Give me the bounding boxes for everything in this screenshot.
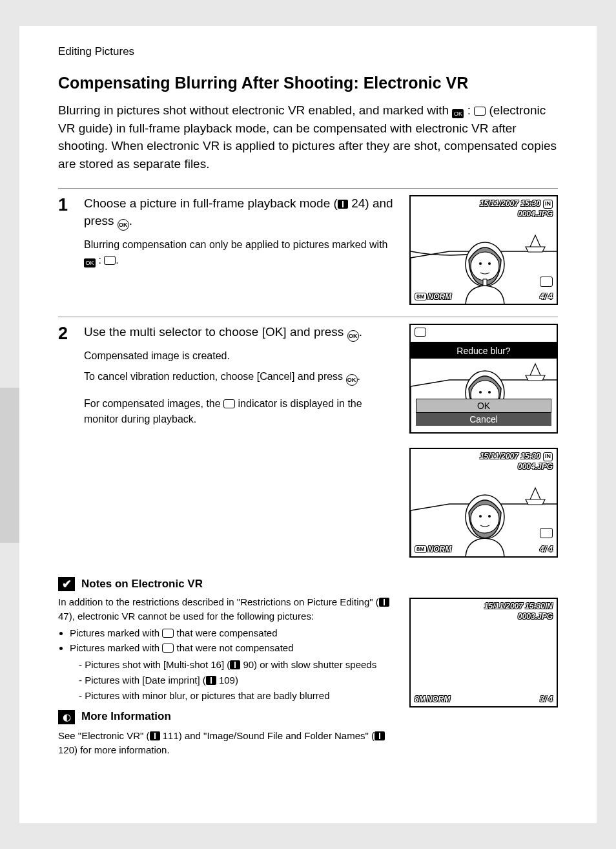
vr-na-icon	[162, 644, 174, 653]
vr-mode-icon	[415, 328, 426, 337]
thumb-counter: 4/ 4	[540, 545, 553, 554]
dialog-cancel: Cancel	[416, 413, 551, 426]
page-title: Compensating Blurring After Shooting: El…	[58, 74, 558, 92]
step-number: 2	[58, 324, 74, 558]
page-ref-icon	[375, 731, 385, 740]
step-1: 1 Choose a picture in full-frame playbac…	[58, 188, 558, 305]
vr-indicator-icon	[540, 277, 553, 287]
step2-main: Use the multi selector to choose [OK] an…	[84, 324, 398, 342]
svg-point-9	[479, 391, 482, 393]
notes-section: ✔ Notes on Electronic VR In addition to …	[58, 577, 558, 757]
thumb-counter: 3/ 4	[540, 695, 553, 704]
ok-badge-icon: OK	[452, 109, 464, 118]
vr-guide-icon	[104, 256, 116, 265]
vr-applied-icon	[162, 629, 174, 638]
intro-text: Blurring in pictures shot without electr…	[58, 101, 558, 173]
step2-thumbnail-dialog: Reduce blur? OK Cancel	[409, 324, 558, 434]
page-ref-icon	[379, 598, 389, 607]
page-ref-icon	[150, 731, 160, 740]
svg-point-2	[471, 252, 499, 280]
thumb-quality: NORM	[427, 695, 451, 704]
memory-icon: IN	[545, 602, 553, 611]
page-ref-icon	[338, 200, 348, 209]
thumb-quality: NORM	[428, 292, 452, 301]
memory-icon: IN	[543, 200, 553, 209]
page-ref-icon	[206, 676, 216, 685]
step1-thumbnail: 15/11/2007 15:30IN 0004.JPG 8MNORM 4/ 4	[409, 195, 558, 305]
step2-sub2: To cancel vibration reduction, choose [C…	[84, 369, 398, 386]
vr-applied-icon	[223, 399, 235, 408]
ok-button-icon: OK	[346, 374, 358, 386]
svg-point-3	[479, 262, 482, 265]
thumb-filename: 0004.JPG	[518, 209, 553, 218]
vr-guide-icon	[474, 107, 486, 116]
thumb-counter: 4/ 4	[540, 292, 553, 301]
more-info-heading: More Information	[81, 709, 171, 725]
step2-sub3: For compensated images, the indicator is…	[84, 396, 398, 427]
check-icon: ✔	[58, 577, 75, 591]
dialog-ok: OK	[416, 399, 551, 413]
thumb-datetime: 15/11/2007 15:30	[480, 452, 540, 461]
step-number: 1	[58, 195, 74, 305]
thumb-filename: 0004.JPG	[518, 462, 553, 471]
mp-icon: 8M	[415, 293, 427, 300]
page-ref-icon	[230, 660, 240, 669]
step1-main: Choose a picture in full-frame playback …	[84, 195, 398, 231]
ok-badge-icon: OK	[84, 258, 96, 267]
notes-body: In addition to the restrictions describe…	[58, 595, 398, 757]
memory-icon: IN	[543, 452, 553, 461]
ok-button-icon: OK	[118, 219, 129, 231]
step2-sub1: Compensated image is created.	[84, 348, 398, 364]
step-2: 2 Use the multi selector to choose [OK] …	[58, 317, 558, 558]
svg-point-4	[488, 262, 491, 265]
svg-point-13	[471, 505, 499, 533]
page-content: Editing Pictures Compensating Blurring A…	[19, 26, 597, 823]
side-tab	[0, 388, 19, 543]
step2-thumbnail-result: 15/11/2007 15:30IN 0004.JPG 8MNORM 4/ 4	[409, 448, 558, 558]
mp-icon: 8M	[415, 695, 426, 704]
thumb-quality: NORM	[428, 545, 452, 554]
bulb-icon: ◐	[58, 710, 75, 724]
thumb-datetime: 15/11/2007 15:30	[484, 602, 545, 611]
svg-point-10	[488, 391, 491, 393]
thumb-datetime: 15/11/2007 15:30	[480, 199, 540, 208]
thumb-filename: 0003.JPG	[518, 612, 553, 621]
svg-point-15	[488, 515, 491, 518]
notes-thumbnail: 15/11/2007 15:30IN 0003.JPG 8MNORM 3/ 4	[409, 598, 558, 708]
vr-applied-indicator-icon	[540, 528, 553, 538]
notes-heading: Notes on Electronic VR	[81, 578, 203, 591]
svg-point-14	[479, 515, 482, 518]
dialog-prompt: Reduce blur?	[411, 346, 557, 356]
mp-icon: 8M	[415, 545, 427, 553]
step1-sub: Blurring compensation can only be applie…	[84, 237, 398, 268]
section-label: Editing Pictures	[58, 45, 558, 58]
ok-button-icon: OK	[347, 330, 359, 342]
